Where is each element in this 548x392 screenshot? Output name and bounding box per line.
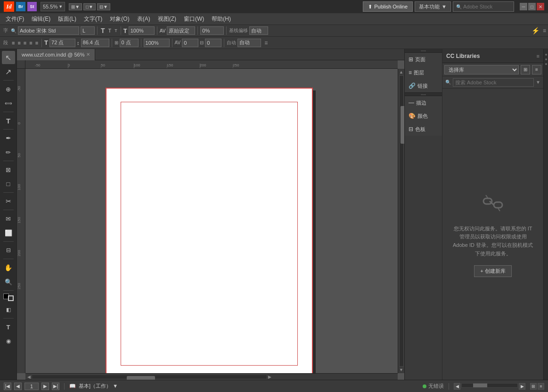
font-size-input[interactable] [129,26,155,35]
v-scroll-thumb[interactable] [401,106,405,144]
horizontal-scrollbar[interactable]: ◀ ▶ [25,373,398,380]
baseline-p-input[interactable] [182,39,198,47]
panel-stroke[interactable]: — 描边 [405,96,442,109]
scroll-right-btn[interactable]: ▶ [268,375,271,379]
baseline-input[interactable] [249,26,268,35]
h-position-thumb[interactable] [473,384,487,387]
para-settings-icon[interactable]: ≡ [264,40,268,46]
workspace-button[interactable]: 基本功能 ▼ [415,1,451,12]
align-justify2-icon[interactable]: ≡ [34,40,39,46]
rectangle-frame-tool[interactable]: ⊠ [2,163,15,176]
font-size-p-input[interactable] [49,39,75,47]
tracking-input[interactable] [200,26,224,35]
panel-links[interactable]: 🔗 链接 [405,79,442,92]
menu-help[interactable]: 帮助(H) [208,13,235,24]
view-list-btn[interactable]: ≡ [538,383,544,390]
page-number-input[interactable] [25,383,39,390]
menu-edit[interactable]: 编辑(E) [28,13,54,24]
scale-p-input[interactable] [120,39,139,47]
restore-button[interactable]: □ [528,3,536,10]
last-page-btn[interactable]: ▶| [52,383,59,390]
align-justify-icon[interactable]: ≡ [28,40,33,46]
prev-page-btn[interactable]: ◀ [14,383,22,390]
first-page-btn[interactable]: |◀ [4,383,11,390]
bridge-icon[interactable]: Br [16,2,25,11]
gap-tool[interactable]: ⟺ [2,97,15,110]
font-name-input[interactable] [18,26,79,35]
scissors-tool[interactable]: ✂ [2,195,15,208]
search-input[interactable] [463,4,511,9]
eyedropper-tool[interactable]: ◉ [2,335,15,348]
collapse-strip[interactable] [543,49,548,380]
font-style-input[interactable] [81,26,95,35]
button-tool[interactable]: ⊟ [2,244,15,257]
align-right-icon[interactable]: ≡ [23,40,27,46]
gradient-tool[interactable]: ⬜ [2,226,15,239]
char-settings-icon[interactable]: ≡ [543,27,546,34]
stock-icon[interactable]: St [27,2,37,11]
kerning-input[interactable] [167,26,195,35]
stroke-color[interactable] [8,295,14,301]
menu-object[interactable]: 对象(O) [106,13,133,24]
zoom-control[interactable]: 55.5% ▼ [41,2,65,11]
scroll-up-btn[interactable]: ▲ [398,69,404,75]
dot1 [545,54,547,56]
align-center-icon[interactable]: ≡ [16,40,21,46]
leading-p-input[interactable] [81,39,109,47]
align-left-icon[interactable]: ≡ [11,40,16,46]
cc-search-dropdown[interactable]: ▼ [536,80,540,85]
word-p-input[interactable] [205,39,221,47]
page-tool[interactable]: ⊕ [2,82,15,96]
vert-scale-p-input[interactable] [144,39,170,47]
view-grid-btn[interactable]: ⊞ [530,383,537,390]
menu-window[interactable]: 窗口(W) [180,13,208,24]
master-pages-dropdown[interactable]: 基本]（工作） ▼ [79,383,118,390]
selection-tool[interactable]: ↖ [2,51,15,64]
pen-tool[interactable]: ✒ [2,131,15,145]
direct-selection-tool[interactable]: ↗ [2,65,15,78]
tab-close-btn[interactable]: ✕ [86,52,90,57]
cc-grid-view[interactable]: ⊞ [521,65,530,74]
menu-layout[interactable]: 版面(L) [54,13,80,24]
menu-view[interactable]: 视图(Z) [154,13,180,24]
vertical-scrollbar[interactable]: ▲ ▼ [398,69,404,373]
menu-type[interactable]: 文字(T) [80,13,106,24]
cc-panel-options[interactable]: ≡ [537,53,540,59]
scroll-left-btn[interactable]: ◀ [27,375,31,379]
pencil-tool[interactable]: ✏ [2,146,15,159]
hand-tool[interactable]: ✋ [2,261,15,274]
view-options[interactable]: ⊞▼ [69,3,82,10]
cc-search-input[interactable] [453,78,534,87]
cc-library-dropdown[interactable]: 选择库 [444,65,519,74]
cc-list-view[interactable]: ≡ [532,65,541,74]
type-tool[interactable]: T [2,114,15,127]
arrange-windows[interactable]: ⊟▼ [97,3,110,10]
panel-color[interactable]: 🎨 颜色 [405,109,442,122]
h-scroll-thumb[interactable] [127,376,155,380]
scroll-down-btn[interactable]: ▼ [398,367,404,373]
document-tab[interactable]: www.uzzf.com.indd @ 56% ✕ [17,49,95,60]
panel-pages[interactable]: ⊞ 页面 [405,53,442,66]
screen-mode[interactable]: □▼ [83,3,96,10]
page-outer-border[interactable] [106,88,313,373]
zoom-tool[interactable]: 🔍 [2,275,15,288]
next-page-btn[interactable]: ▶ [41,383,49,390]
text-frame-tool[interactable]: T [2,320,15,334]
h-position-track[interactable] [461,383,518,388]
scroll-pos-left[interactable]: ◀ [454,383,460,390]
menu-file[interactable]: 文件(F) [2,13,28,24]
close-button[interactable]: ✕ [537,3,544,10]
menu-table[interactable]: 表(A) [133,13,154,24]
scroll-pos-right[interactable]: ▶ [519,383,525,390]
minimize-button[interactable]: ─ [520,3,527,10]
panel-swatches[interactable]: ⊟ 色板 [405,122,442,136]
publish-online-button[interactable]: ⬆ Publish Online [363,1,413,12]
panel-layers[interactable]: ≡ 图层 [405,66,442,79]
note-tool[interactable]: ✉ [2,212,15,225]
adobe-stock-search[interactable]: 🔍 [453,1,514,12]
color-theme-tool[interactable]: ◧ [2,303,15,316]
auto-p-input[interactable] [237,39,261,47]
cc-create-library-btn[interactable]: + 创建新库 [474,265,511,277]
rectangle-tool[interactable]: □ [2,177,15,190]
center-content: www.uzzf.com.indd @ 56% ✕ -50 0 50 100 1… [17,49,404,380]
